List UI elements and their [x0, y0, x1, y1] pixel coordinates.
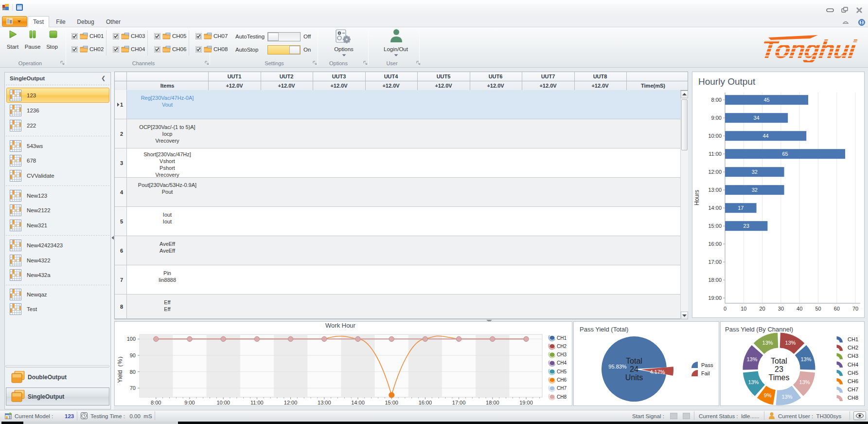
- svg-text:17:00: 17:00: [452, 400, 466, 406]
- svg-text:18:00: 18:00: [486, 400, 499, 406]
- svg-text:CH8: CH8: [848, 395, 858, 401]
- svg-text:CH8: CH8: [557, 394, 567, 400]
- svg-text:CH7: CH7: [557, 386, 567, 391]
- svg-text:CH5: CH5: [557, 369, 567, 374]
- svg-text:9%: 9%: [764, 392, 772, 398]
- svg-text:15:00: 15:00: [385, 400, 398, 406]
- svg-text:Total: Total: [771, 357, 787, 365]
- svg-text:Tonghui: Tonghui: [760, 35, 859, 62]
- svg-text:12:00: 12:00: [284, 400, 298, 406]
- svg-text:19:00: 19:00: [708, 295, 722, 301]
- svg-text:Units: Units: [625, 373, 643, 382]
- svg-text:10:00: 10:00: [708, 133, 722, 139]
- svg-text:70: 70: [852, 306, 858, 312]
- svg-text:40: 40: [797, 306, 802, 312]
- svg-text:0: 0: [724, 306, 726, 312]
- svg-text:13%: 13%: [746, 356, 757, 362]
- svg-text:Hourly Output: Hourly Output: [698, 76, 756, 87]
- svg-text:13%: 13%: [785, 340, 796, 346]
- svg-text:Total: Total: [626, 357, 642, 365]
- svg-text:24: 24: [630, 365, 638, 373]
- svg-text:18:00: 18:00: [708, 277, 722, 283]
- svg-text:13%: 13%: [762, 340, 773, 346]
- svg-text:13%: 13%: [781, 394, 792, 400]
- svg-text:16:00: 16:00: [708, 241, 722, 247]
- svg-text:CH3: CH3: [848, 353, 858, 359]
- svg-text:32: 32: [752, 169, 758, 175]
- svg-text:9:00: 9:00: [711, 115, 722, 121]
- svg-text:60: 60: [834, 306, 840, 312]
- svg-text:30: 30: [778, 306, 784, 312]
- svg-text:90: 90: [130, 352, 136, 358]
- svg-text:19:00: 19:00: [519, 400, 533, 406]
- svg-text:Fail: Fail: [701, 370, 710, 376]
- svg-text:32: 32: [752, 187, 758, 193]
- svg-text:10: 10: [741, 306, 746, 312]
- svg-text:4.17%: 4.17%: [650, 369, 665, 375]
- svg-text:CH7: CH7: [848, 387, 858, 392]
- svg-text:11:00: 11:00: [709, 151, 722, 157]
- svg-text:17:00: 17:00: [708, 259, 722, 265]
- svg-text:9:00: 9:00: [184, 400, 195, 406]
- svg-text:CH1: CH1: [557, 335, 567, 341]
- svg-text:13%: 13%: [799, 379, 810, 385]
- svg-text:23: 23: [775, 365, 783, 373]
- svg-text:CH1: CH1: [848, 336, 858, 342]
- svg-text:17: 17: [738, 205, 744, 211]
- svg-text:12:00: 12:00: [708, 169, 722, 175]
- svg-text:13%: 13%: [800, 356, 811, 362]
- svg-text:Times: Times: [769, 373, 790, 382]
- svg-text:11:00: 11:00: [250, 400, 264, 406]
- svg-text:CH5: CH5: [848, 370, 858, 376]
- svg-text:CH2: CH2: [557, 344, 567, 349]
- svg-text:100: 100: [127, 336, 136, 342]
- svg-text:14:00: 14:00: [351, 400, 365, 406]
- svg-text:45: 45: [763, 97, 769, 103]
- svg-text:Yield（%）: Yield（%）: [117, 353, 124, 383]
- svg-text:65: 65: [782, 151, 788, 157]
- svg-text:34: 34: [753, 115, 759, 121]
- svg-text:CH2: CH2: [848, 345, 858, 350]
- svg-text:80: 80: [130, 369, 136, 375]
- svg-text:Work Hour: Work Hour: [325, 322, 356, 329]
- svg-text:16:00: 16:00: [419, 400, 432, 406]
- svg-text:CH6: CH6: [848, 378, 858, 384]
- svg-text:14:00: 14:00: [708, 205, 722, 211]
- svg-text:Pass: Pass: [701, 362, 713, 368]
- svg-text:CH6: CH6: [557, 377, 567, 383]
- svg-text:50: 50: [815, 306, 821, 312]
- svg-text:Pass Yield (By Channel): Pass Yield (By Channel): [725, 326, 793, 333]
- svg-text:23: 23: [744, 223, 749, 229]
- svg-text:CH3: CH3: [557, 352, 567, 357]
- svg-text:8:00: 8:00: [711, 97, 722, 103]
- svg-text:95.83%: 95.83%: [608, 364, 627, 369]
- svg-text:13:00: 13:00: [708, 187, 722, 193]
- svg-text:13%: 13%: [748, 379, 759, 385]
- svg-text:70: 70: [130, 385, 136, 391]
- svg-text:CH4: CH4: [848, 362, 858, 368]
- svg-text:15:00: 15:00: [708, 223, 722, 229]
- svg-text:13:00: 13:00: [318, 400, 331, 406]
- svg-text:44: 44: [762, 133, 768, 139]
- svg-text:Pass Yield (Total): Pass Yield (Total): [580, 326, 628, 333]
- svg-text:8:00: 8:00: [151, 400, 161, 406]
- svg-text:CH4: CH4: [557, 360, 567, 366]
- svg-text:10:00: 10:00: [216, 400, 230, 406]
- svg-text:20: 20: [759, 306, 765, 312]
- svg-text:Hours: Hours: [693, 190, 700, 205]
